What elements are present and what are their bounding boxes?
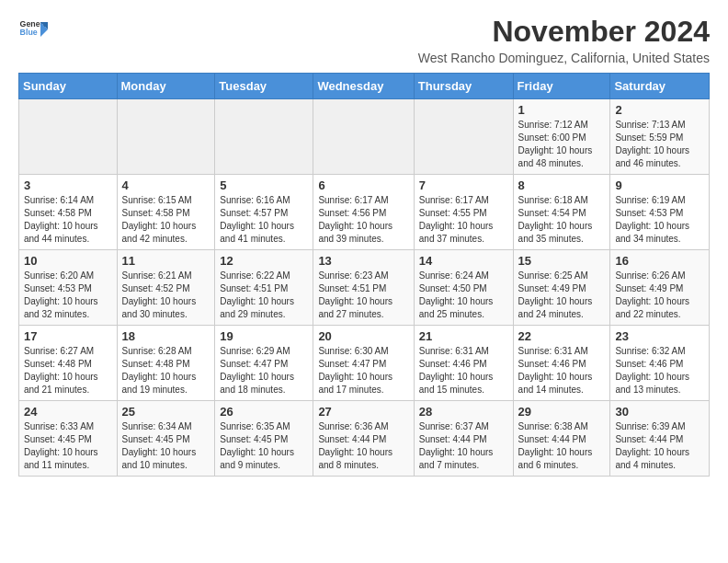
day-cell: 10Sunrise: 6:20 AM Sunset: 4:53 PM Dayli… xyxy=(19,250,118,326)
day-number: 2 xyxy=(615,103,704,117)
header-cell-sunday: Sunday xyxy=(19,74,118,99)
day-cell: 28Sunrise: 6:37 AM Sunset: 4:44 PM Dayli… xyxy=(414,401,513,477)
day-number: 9 xyxy=(615,178,704,192)
day-number: 17 xyxy=(24,329,112,343)
day-cell: 6Sunrise: 6:17 AM Sunset: 4:56 PM Daylig… xyxy=(313,175,414,250)
day-info: Sunrise: 6:21 AM Sunset: 4:52 PM Dayligh… xyxy=(122,270,210,321)
day-cell: 25Sunrise: 6:34 AM Sunset: 4:45 PM Dayli… xyxy=(117,401,215,477)
day-info: Sunrise: 6:22 AM Sunset: 4:51 PM Dayligh… xyxy=(220,270,308,321)
day-cell: 3Sunrise: 6:14 AM Sunset: 4:58 PM Daylig… xyxy=(19,175,118,250)
header-cell-tuesday: Tuesday xyxy=(215,74,313,99)
header-cell-thursday: Thursday xyxy=(414,74,513,99)
header-cell-monday: Monday xyxy=(117,74,215,99)
day-cell: 19Sunrise: 6:29 AM Sunset: 4:47 PM Dayli… xyxy=(215,326,313,401)
day-info: Sunrise: 6:17 AM Sunset: 4:55 PM Dayligh… xyxy=(419,194,508,246)
header-cell-saturday: Saturday xyxy=(610,74,710,99)
day-cell: 15Sunrise: 6:25 AM Sunset: 4:49 PM Dayli… xyxy=(513,250,610,326)
day-info: Sunrise: 6:17 AM Sunset: 4:56 PM Dayligh… xyxy=(318,194,408,246)
day-info: Sunrise: 6:35 AM Sunset: 4:45 PM Dayligh… xyxy=(220,420,308,472)
day-number: 19 xyxy=(220,329,308,343)
day-number: 13 xyxy=(318,254,408,268)
day-cell xyxy=(19,99,118,175)
day-info: Sunrise: 7:12 AM Sunset: 6:00 PM Dayligh… xyxy=(518,119,606,170)
day-cell: 22Sunrise: 6:31 AM Sunset: 4:46 PM Dayli… xyxy=(513,326,610,401)
day-number: 24 xyxy=(24,405,112,419)
calendar-header: SundayMondayTuesdayWednesdayThursdayFrid… xyxy=(19,74,710,99)
day-info: Sunrise: 6:30 AM Sunset: 4:47 PM Dayligh… xyxy=(318,345,408,396)
day-cell: 2Sunrise: 7:13 AM Sunset: 5:59 PM Daylig… xyxy=(610,99,710,175)
day-cell: 14Sunrise: 6:24 AM Sunset: 4:50 PM Dayli… xyxy=(414,250,513,326)
day-number: 21 xyxy=(419,329,508,343)
day-cell: 7Sunrise: 6:17 AM Sunset: 4:55 PM Daylig… xyxy=(414,175,513,250)
day-info: Sunrise: 6:15 AM Sunset: 4:58 PM Dayligh… xyxy=(122,194,210,246)
day-cell: 30Sunrise: 6:39 AM Sunset: 4:44 PM Dayli… xyxy=(610,401,710,477)
day-info: Sunrise: 6:32 AM Sunset: 4:46 PM Dayligh… xyxy=(615,345,704,396)
day-cell xyxy=(313,99,414,175)
header-cell-friday: Friday xyxy=(513,74,610,99)
day-number: 5 xyxy=(220,178,308,192)
day-cell: 21Sunrise: 6:31 AM Sunset: 4:46 PM Dayli… xyxy=(414,326,513,401)
day-info: Sunrise: 6:37 AM Sunset: 4:44 PM Dayligh… xyxy=(419,420,508,472)
logo: General Blue xyxy=(18,15,48,44)
day-number: 4 xyxy=(122,178,210,192)
day-info: Sunrise: 6:29 AM Sunset: 4:47 PM Dayligh… xyxy=(220,345,308,396)
day-number: 26 xyxy=(220,405,308,419)
day-number: 29 xyxy=(518,405,606,419)
day-cell: 29Sunrise: 6:38 AM Sunset: 4:44 PM Dayli… xyxy=(513,401,610,477)
svg-text:Blue: Blue xyxy=(20,28,38,37)
day-number: 1 xyxy=(518,103,606,117)
day-cell: 17Sunrise: 6:27 AM Sunset: 4:48 PM Dayli… xyxy=(19,326,118,401)
day-info: Sunrise: 6:33 AM Sunset: 4:45 PM Dayligh… xyxy=(24,420,112,472)
day-cell xyxy=(117,99,215,175)
day-cell xyxy=(414,99,513,175)
week-row-3: 10Sunrise: 6:20 AM Sunset: 4:53 PM Dayli… xyxy=(19,250,710,326)
day-info: Sunrise: 6:34 AM Sunset: 4:45 PM Dayligh… xyxy=(122,420,210,472)
day-number: 10 xyxy=(24,254,112,268)
day-cell: 18Sunrise: 6:28 AM Sunset: 4:48 PM Dayli… xyxy=(117,326,215,401)
day-cell: 20Sunrise: 6:30 AM Sunset: 4:47 PM Dayli… xyxy=(313,326,414,401)
day-number: 18 xyxy=(122,329,210,343)
logo-icon: General Blue xyxy=(18,15,48,44)
day-cell: 23Sunrise: 6:32 AM Sunset: 4:46 PM Dayli… xyxy=(610,326,710,401)
day-cell: 27Sunrise: 6:36 AM Sunset: 4:44 PM Dayli… xyxy=(313,401,414,477)
day-cell: 11Sunrise: 6:21 AM Sunset: 4:52 PM Dayli… xyxy=(117,250,215,326)
week-row-5: 24Sunrise: 6:33 AM Sunset: 4:45 PM Dayli… xyxy=(19,401,710,477)
day-info: Sunrise: 6:23 AM Sunset: 4:51 PM Dayligh… xyxy=(318,270,408,321)
day-info: Sunrise: 6:19 AM Sunset: 4:53 PM Dayligh… xyxy=(615,194,704,246)
day-info: Sunrise: 6:14 AM Sunset: 4:58 PM Dayligh… xyxy=(24,194,112,246)
day-info: Sunrise: 6:31 AM Sunset: 4:46 PM Dayligh… xyxy=(419,345,508,396)
week-row-4: 17Sunrise: 6:27 AM Sunset: 4:48 PM Dayli… xyxy=(19,326,710,401)
day-info: Sunrise: 6:39 AM Sunset: 4:44 PM Dayligh… xyxy=(615,420,704,472)
day-info: Sunrise: 6:16 AM Sunset: 4:57 PM Dayligh… xyxy=(220,194,308,246)
day-info: Sunrise: 7:13 AM Sunset: 5:59 PM Dayligh… xyxy=(615,119,704,170)
day-info: Sunrise: 6:38 AM Sunset: 4:44 PM Dayligh… xyxy=(518,420,606,472)
week-row-1: 1Sunrise: 7:12 AM Sunset: 6:00 PM Daylig… xyxy=(19,99,710,175)
day-info: Sunrise: 6:28 AM Sunset: 4:48 PM Dayligh… xyxy=(122,345,210,396)
day-cell: 9Sunrise: 6:19 AM Sunset: 4:53 PM Daylig… xyxy=(610,175,710,250)
day-info: Sunrise: 6:20 AM Sunset: 4:53 PM Dayligh… xyxy=(24,270,112,321)
day-cell: 8Sunrise: 6:18 AM Sunset: 4:54 PM Daylig… xyxy=(513,175,610,250)
day-cell: 4Sunrise: 6:15 AM Sunset: 4:58 PM Daylig… xyxy=(117,175,215,250)
day-number: 30 xyxy=(615,405,704,419)
week-row-2: 3Sunrise: 6:14 AM Sunset: 4:58 PM Daylig… xyxy=(19,175,710,250)
day-cell: 13Sunrise: 6:23 AM Sunset: 4:51 PM Dayli… xyxy=(313,250,414,326)
day-number: 7 xyxy=(419,178,508,192)
day-number: 14 xyxy=(419,254,508,268)
day-number: 12 xyxy=(220,254,308,268)
day-info: Sunrise: 6:18 AM Sunset: 4:54 PM Dayligh… xyxy=(518,194,606,246)
day-number: 16 xyxy=(615,254,704,268)
day-number: 27 xyxy=(318,405,408,419)
day-number: 25 xyxy=(122,405,210,419)
day-cell: 12Sunrise: 6:22 AM Sunset: 4:51 PM Dayli… xyxy=(215,250,313,326)
page-title: November 2024 xyxy=(418,15,710,49)
day-number: 23 xyxy=(615,329,704,343)
day-cell: 5Sunrise: 6:16 AM Sunset: 4:57 PM Daylig… xyxy=(215,175,313,250)
calendar-table: SundayMondayTuesdayWednesdayThursdayFrid… xyxy=(18,73,710,477)
title-area: November 2024 West Rancho Dominguez, Cal… xyxy=(418,15,710,65)
day-info: Sunrise: 6:25 AM Sunset: 4:49 PM Dayligh… xyxy=(518,270,606,321)
day-number: 28 xyxy=(419,405,508,419)
day-number: 20 xyxy=(318,329,408,343)
day-number: 6 xyxy=(318,178,408,192)
day-cell: 24Sunrise: 6:33 AM Sunset: 4:45 PM Dayli… xyxy=(19,401,118,477)
day-number: 11 xyxy=(122,254,210,268)
